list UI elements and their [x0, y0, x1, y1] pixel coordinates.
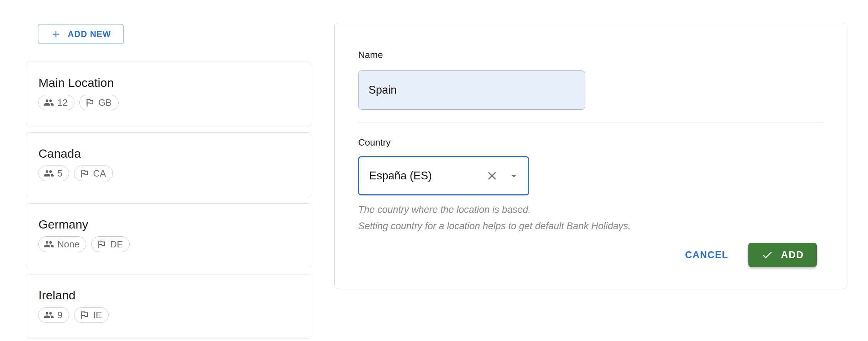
people-count-chip: 9	[38, 307, 69, 323]
flag-icon	[84, 97, 95, 108]
chips-row: 5 CA	[38, 166, 299, 181]
people-icon	[43, 239, 54, 250]
country-select[interactable]: España (ES)	[358, 156, 529, 195]
people-count-chip: 5	[38, 166, 69, 181]
clear-country-button[interactable]	[485, 169, 499, 183]
people-count: None	[57, 239, 79, 250]
add-new-button[interactable]: ADD NEW	[38, 24, 124, 44]
country-code: IE	[93, 310, 102, 321]
country-helper-text-1: The country where the location is based.	[358, 204, 817, 215]
country-code: CA	[93, 168, 106, 179]
people-icon	[43, 97, 54, 108]
close-icon	[485, 169, 499, 183]
country-chip: GB	[79, 95, 119, 110]
country-code: DE	[110, 239, 123, 250]
add-location-panel: Name Country España (ES) The country whe…	[334, 23, 847, 289]
chevron-down-icon	[507, 169, 520, 182]
chips-row: None DE	[38, 236, 299, 252]
chips-row: 12 GB	[38, 95, 299, 110]
dropdown-toggle[interactable]	[507, 169, 520, 182]
location-cards: Main Location 12 GB Canada	[26, 62, 311, 339]
location-card[interactable]: Ireland 9 IE	[26, 274, 311, 339]
country-label: Country	[358, 137, 817, 148]
name-label: Name	[358, 49, 817, 61]
country-chip: DE	[91, 236, 130, 252]
country-code: GB	[98, 97, 112, 108]
country-helper-text-2: Setting country for a location helps to …	[358, 221, 817, 232]
country-value: España (ES)	[369, 169, 477, 182]
country-chip: CA	[74, 166, 113, 181]
location-name: Canada	[38, 147, 299, 160]
add-button-label: ADD	[781, 250, 804, 261]
flag-icon	[79, 168, 90, 179]
country-chip: IE	[74, 307, 109, 323]
location-card[interactable]: Canada 5 CA	[26, 132, 311, 197]
location-card[interactable]: Main Location 12 GB	[26, 62, 311, 126]
location-name: Main Location	[38, 76, 299, 89]
cancel-button[interactable]: CANCEL	[684, 246, 730, 264]
add-button[interactable]: ADD	[748, 243, 817, 267]
chips-row: 9 IE	[38, 307, 299, 323]
form-actions: CANCEL ADD	[358, 243, 817, 267]
location-name: Ireland	[38, 289, 299, 302]
people-count: 5	[57, 168, 62, 179]
check-icon	[761, 249, 773, 261]
people-count-chip: 12	[38, 95, 74, 110]
people-icon	[43, 168, 54, 179]
flag-icon	[96, 239, 107, 250]
people-count: 12	[57, 97, 68, 108]
name-input[interactable]	[358, 70, 585, 110]
add-new-label: ADD NEW	[68, 29, 111, 39]
plus-icon	[51, 29, 61, 40]
location-card[interactable]: Germany None DE	[26, 203, 311, 268]
flag-icon	[79, 310, 90, 320]
locations-list-column: ADD NEW Main Location 12 GB Canada	[26, 24, 311, 339]
people-icon	[43, 310, 54, 320]
people-count-chip: None	[38, 236, 86, 252]
location-name: Germany	[38, 218, 299, 231]
divider	[358, 122, 824, 122]
people-count: 9	[57, 310, 62, 321]
